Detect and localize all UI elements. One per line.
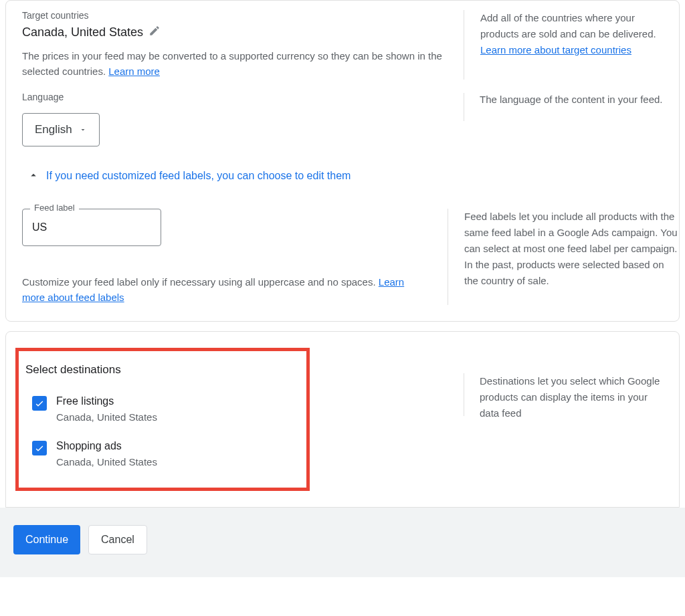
feed-label-aside: Feed labels let you include all products… bbox=[448, 209, 679, 306]
destination-sub: Canada, United States bbox=[56, 456, 157, 468]
language-aside: The language of the content in your feed… bbox=[464, 92, 663, 146]
edit-icon[interactable] bbox=[149, 25, 161, 40]
chevron-down-icon bbox=[79, 126, 87, 134]
destination-sub: Canada, United States bbox=[56, 411, 157, 423]
target-countries-aside-link[interactable]: Learn more about target countries bbox=[480, 44, 631, 56]
language-value: English bbox=[35, 123, 72, 136]
destinations-card: Select destinations Free listings Canada… bbox=[5, 331, 680, 508]
feed-label-input[interactable] bbox=[22, 209, 161, 246]
language-dropdown[interactable]: English bbox=[22, 113, 100, 146]
destination-item: Free listings Canada, United States bbox=[32, 395, 294, 423]
target-countries-value: Canada, United States bbox=[22, 25, 143, 39]
language-section: Language English The language of the con… bbox=[6, 92, 679, 159]
destinations-title: Select destinations bbox=[25, 363, 294, 377]
target-countries-help: The prices in your feed may be converted… bbox=[22, 48, 448, 80]
language-label: Language bbox=[22, 92, 448, 102]
destinations-aside: Destinations let you select which Google… bbox=[464, 348, 663, 491]
feed-label-section: Feed label Customize your feed label onl… bbox=[6, 190, 679, 322]
target-countries-label: Target countries bbox=[22, 10, 448, 21]
feed-label-help: Customize your feed label only if necess… bbox=[6, 251, 431, 322]
feed-labels-toggle-text: If you need customized feed labels, you … bbox=[46, 170, 351, 182]
destination-item: Shopping ads Canada, United States bbox=[32, 440, 294, 468]
feed-label-field: Feed label bbox=[22, 209, 161, 246]
cancel-button[interactable]: Cancel bbox=[88, 525, 147, 554]
chevron-up-icon bbox=[27, 169, 39, 183]
settings-card: Target countries Canada, United States T… bbox=[5, 0, 680, 322]
destinations-highlight: Select destinations Free listings Canada… bbox=[15, 348, 310, 491]
destination-checkbox-shopping-ads[interactable] bbox=[32, 441, 47, 455]
destination-name: Shopping ads bbox=[56, 440, 157, 452]
continue-button[interactable]: Continue bbox=[13, 525, 80, 554]
destination-name: Free listings bbox=[56, 395, 157, 407]
target-countries-value-row: Canada, United States bbox=[22, 25, 448, 40]
footer-actions: Continue Cancel bbox=[0, 508, 685, 577]
target-countries-aside: Add all of the countries where your prod… bbox=[464, 10, 663, 80]
feed-labels-toggle[interactable]: If you need customized feed labels, you … bbox=[6, 159, 679, 183]
target-countries-learn-more-link[interactable]: Learn more bbox=[108, 66, 160, 77]
destination-checkbox-free-listings[interactable] bbox=[32, 396, 47, 411]
target-countries-section: Target countries Canada, United States T… bbox=[6, 1, 679, 92]
feed-label-caption: Feed label bbox=[30, 203, 79, 213]
